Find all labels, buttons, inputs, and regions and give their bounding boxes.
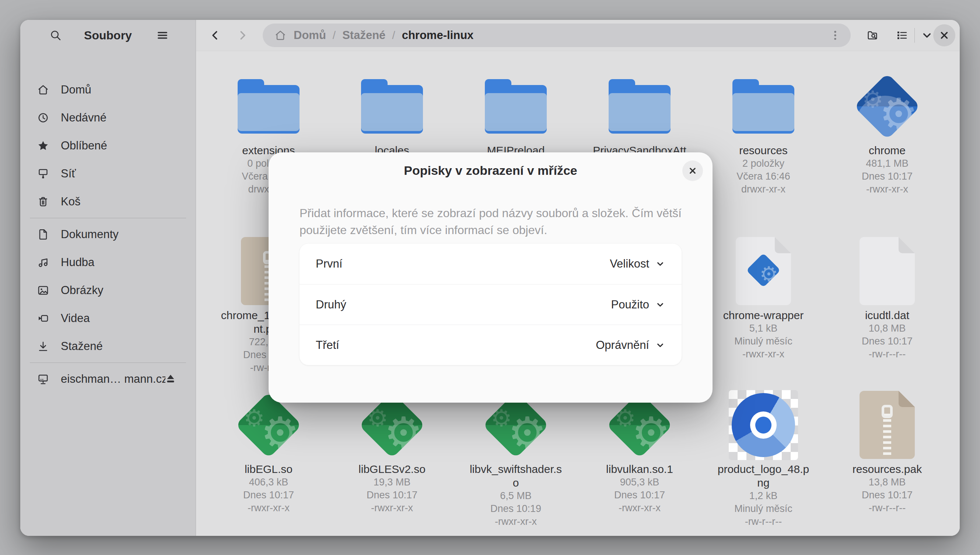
executable-icon: ⚙⚙ (854, 73, 920, 140)
dropdown-chevron-icon[interactable] (655, 259, 665, 269)
file-caption: -rwxr-xr-x (331, 502, 453, 515)
file-icon-box (703, 74, 824, 138)
file-caption: Minulý měsíc (703, 335, 824, 348)
sidebar-item-pictures[interactable]: Obrázky (26, 276, 190, 304)
caption-row-2[interactable]: DruhýPoužito (299, 284, 682, 325)
breadcrumb-downloads[interactable]: Stažené (342, 29, 385, 42)
eject-button[interactable] (166, 369, 186, 390)
sidebar-item-label: Videa (61, 312, 186, 325)
sidebar-item-documents[interactable]: Dokumenty (26, 220, 190, 249)
file-name: chrome-wrapper (703, 308, 824, 322)
chevron-down-icon (920, 29, 933, 42)
sidebar-item-label: Koš (61, 195, 186, 208)
file-caption: -rwxr-xr-x (579, 502, 700, 515)
search-folder-button[interactable] (861, 25, 883, 46)
file-caption: -rw-r--r-- (826, 348, 948, 361)
sidebar-item-starred[interactable]: Oblíbené (26, 132, 190, 160)
folder-search-icon (866, 29, 879, 42)
file-name: chrome (826, 144, 948, 157)
sidebar-item-label: Nedávné (61, 111, 186, 124)
file-icon-box: ⚙⚙ (826, 74, 948, 138)
dropdown-chevron-icon[interactable] (655, 300, 665, 310)
file-chrome-wrapper[interactable]: ⚙chrome-wrapper5,1 kBMinulý měsíc-rwxr-x… (703, 239, 824, 361)
sidebar-item-label: Stažené (61, 340, 186, 353)
file-privacysandbox[interactable]: PrivacySandboxAtt (579, 74, 700, 157)
file-locales[interactable]: locales (331, 74, 453, 157)
sidebar-item-music[interactable]: Hudba (26, 249, 190, 276)
sidebar-item-label: Dokumenty (61, 228, 186, 241)
sidebar-item-label: Oblíbené (61, 139, 186, 152)
file-resources-pak[interactable]: resources.pak13,8 MBDnes 10:17-rw-r--r-- (826, 393, 948, 515)
caption-row-value: Použito (611, 298, 649, 311)
file-icudtl-dat[interactable]: icudtl.dat10,8 MBDnes 10:17-rw-r--r-- (826, 239, 948, 361)
folder-icon (361, 79, 423, 133)
folder-icon (732, 79, 794, 133)
file-caption: Včera 16:46 (703, 170, 824, 183)
file-libvk-swiftshader-so[interactable]: ⚙⚙libvk_swiftshader.so6,5 MBDnes 10:19-r… (455, 393, 576, 528)
breadcrumb-home[interactable]: Domů (294, 29, 326, 42)
drive-icon (36, 372, 50, 387)
sidebar-item-label: Obrázky (61, 284, 186, 297)
file-caption: -rw-r--r-- (703, 515, 824, 528)
dropdown-chevron-icon[interactable] (655, 340, 665, 350)
file-icon-box (331, 74, 453, 138)
file-name: resources.pak (826, 462, 948, 476)
file-caption: -rwxr-xr-x (826, 183, 948, 196)
file-caption: Minulý měsíc (703, 502, 824, 515)
home-icon (36, 82, 50, 97)
file-icon-box (579, 74, 700, 138)
file-caption: 13,8 MB (826, 476, 948, 489)
sidebar-item-label: Domů (61, 83, 186, 96)
file-product-logo-48-png[interactable]: product_logo_48.png1,2 kBMinulý měsíc-rw… (703, 393, 824, 528)
file-caption: Dnes 10:17 (331, 489, 453, 502)
file-resources[interactable]: resources2 položkyVčera 16:46drwxr-xr-x (703, 74, 824, 196)
download-icon (36, 339, 50, 354)
breadcrumb-separator: / (392, 29, 395, 42)
sidebar-item-home[interactable]: Domů (26, 76, 190, 104)
sidebar-item-label: eischman… mann.cz (61, 372, 166, 386)
file-caption: 406,3 kB (208, 476, 329, 489)
file-icon-box (208, 74, 329, 138)
sidebar-item-videos[interactable]: Videa (26, 304, 190, 332)
file-name: libEGL.so (208, 462, 329, 476)
sidebar-item-network[interactable]: Síť (26, 160, 190, 188)
path-bar: Domů/Stažené/chrome-linux (263, 24, 851, 47)
folder-menu-button[interactable] (825, 25, 845, 46)
eject-icon (163, 372, 178, 387)
caption-row-value: Oprávnění (596, 338, 649, 352)
list-view-icon (895, 29, 909, 42)
breadcrumb: Domů/Stažené/chrome-linux (287, 29, 473, 42)
file-libegl-so[interactable]: ⚙⚙libEGL.so406,3 kBDnes 10:17-rwxr-xr-x (208, 393, 329, 515)
back-button[interactable] (205, 25, 225, 46)
file-meipreload[interactable]: MEIPreload (455, 74, 576, 157)
sidebar-item-mount[interactable]: eischman… mann.cz (26, 365, 190, 393)
file-caption: 6,5 MB (455, 489, 576, 502)
file-chrome[interactable]: ⚙⚙chrome481,1 MBDnes 10:17-rwxr-xr-x (826, 74, 948, 196)
file-caption: Dnes 10:17 (826, 170, 948, 183)
forward-button[interactable] (232, 25, 253, 46)
file-caption: Dnes 10:17 (826, 489, 948, 502)
window-close-button[interactable] (933, 24, 955, 47)
list-view-toggle-button[interactable] (891, 25, 913, 46)
document-icon (36, 227, 50, 242)
dialog-close-button[interactable] (682, 160, 703, 181)
file-name: icudtl.dat (826, 308, 948, 322)
main-menu-button[interactable] (152, 25, 173, 46)
caption-row-label: První (316, 257, 610, 271)
sidebar-header: Soubory (20, 20, 196, 51)
sidebar-item-recent[interactable]: Nedávné (26, 104, 190, 132)
file-libglesv2-so[interactable]: ⚙⚙libGLESv2.so19,3 MBDnes 10:17-rwxr-xr-… (331, 393, 453, 515)
file-icon (859, 237, 915, 305)
file-libvulkan-so-1[interactable]: ⚙⚙libvulkan.so.1905,3 kBDnes 10:17-rwxr-… (579, 393, 700, 515)
grid-captions-dialog: Popisky v zobrazení v mřížce Přidat info… (269, 152, 713, 403)
caption-row-3[interactable]: TřetíOprávnění (299, 325, 682, 365)
breadcrumb-chrome-linux[interactable]: chrome-linux (402, 29, 474, 42)
file-caption: 19,3 MB (331, 476, 453, 489)
sidebar-item-trash[interactable]: Koš (26, 188, 190, 216)
sidebar-list: DomůNedávnéOblíbenéSíťKošDokumentyHudbaO… (26, 76, 190, 393)
caption-row-value: Velikost (610, 257, 649, 271)
sidebar-item-downloads[interactable]: Stažené (26, 332, 190, 360)
trash-icon (36, 194, 50, 209)
file-icon-box (826, 239, 948, 303)
caption-row-1[interactable]: PrvníVelikost (299, 244, 682, 284)
